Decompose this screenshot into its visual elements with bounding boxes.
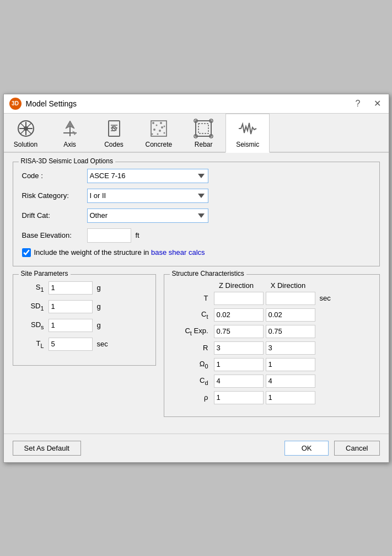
site-params-panel: Site Parameters S1 g SD1 g SDs	[13, 274, 156, 425]
t-label: T	[173, 294, 212, 302]
cd-label: Cd	[173, 376, 212, 386]
sd1-label: SD1	[22, 302, 44, 312]
svg-point-23	[151, 133, 153, 135]
tab-codes[interactable]: Codes	[92, 114, 136, 152]
svg-point-19	[153, 129, 155, 131]
sds-label: SDs	[22, 320, 44, 330]
sds-input[interactable]	[49, 319, 93, 332]
rebar-tab-icon	[194, 119, 213, 138]
svg-point-15	[152, 122, 154, 124]
sds-row: SDs g	[22, 319, 147, 332]
ct-z-input[interactable]	[214, 308, 264, 322]
site-params-section: Site Parameters S1 g SD1 g SDs	[13, 274, 156, 366]
window-title: Model Settings	[26, 99, 349, 108]
code-row: Code : ASCE 7-16 ASCE 7-10 ASCE 7-05	[22, 169, 370, 183]
svg-point-24	[161, 126, 163, 129]
r-z-input[interactable]	[214, 341, 264, 355]
cd-x-input[interactable]	[266, 375, 315, 388]
checkbox-row: Include the weight of the structure in b…	[22, 248, 370, 257]
x-direction-header: X Direction	[264, 281, 313, 290]
r-x-input[interactable]	[266, 341, 315, 355]
help-button[interactable]: ?	[353, 98, 363, 109]
weight-checkbox[interactable]	[22, 248, 31, 257]
sd1-input[interactable]	[49, 300, 93, 313]
cancel-button[interactable]: Cancel	[334, 441, 379, 456]
code-select[interactable]: ASCE 7-16 ASCE 7-10 ASCE 7-05	[87, 169, 208, 183]
seismic-options-section: RISA-3D Seismic Load Options Code : ASCE…	[13, 162, 380, 266]
omega0-x-input[interactable]	[266, 358, 315, 371]
tab-seismic[interactable]: Seismic	[225, 114, 270, 153]
svg-point-20	[159, 130, 161, 132]
struct-chars-section: Structure Characteristics Z Direction X …	[164, 274, 380, 417]
s1-row: S1 g	[22, 281, 147, 295]
drift-select[interactable]: Other I or II III IV	[87, 209, 208, 223]
t-x-input[interactable]	[266, 292, 315, 305]
omega0-label: Ω0	[173, 360, 212, 370]
seismic-tab-icon	[238, 119, 257, 138]
rho-label: ρ	[173, 393, 212, 402]
footer: Set As Default OK Cancel	[4, 434, 389, 462]
s1-label: S1	[22, 283, 44, 293]
ct-label: Ct	[173, 310, 212, 320]
svg-rect-26	[198, 124, 208, 133]
tab-bar: Solution Axis	[4, 114, 389, 153]
set-default-button[interactable]: Set As Default	[13, 441, 81, 456]
tab-codes-label: Codes	[104, 141, 123, 148]
tab-concrete-label: Concrete	[146, 141, 173, 148]
tab-concrete[interactable]: Concrete	[136, 114, 182, 152]
omega0-row: Ω0	[173, 358, 370, 371]
two-panel: Site Parameters S1 g SD1 g SDs	[13, 274, 380, 425]
t-z-input[interactable]	[214, 292, 264, 305]
base-elev-input[interactable]	[87, 228, 131, 243]
footer-right-btns: OK Cancel	[284, 441, 379, 456]
ct-exp-x-input[interactable]	[266, 325, 315, 338]
title-bar-buttons: ? ✕	[353, 98, 383, 109]
ct-exp-z-input[interactable]	[214, 325, 264, 338]
seismic-section-title: RISA-3D Seismic Load Options	[19, 157, 115, 165]
tl-input[interactable]	[49, 338, 93, 351]
ct-x-input[interactable]	[266, 308, 315, 322]
main-content: RISA-3D Seismic Load Options Code : ASCE…	[4, 153, 389, 434]
ct-exp-row: Ct Exp.	[173, 325, 370, 338]
ct-exp-label: Ct Exp.	[173, 327, 212, 336]
site-params-title: Site Parameters	[19, 270, 71, 277]
s1-input[interactable]	[49, 281, 93, 295]
risk-select[interactable]: I or II III IV	[87, 189, 208, 203]
title-bar: 3D Model Settings ? ✕	[4, 94, 389, 114]
svg-point-17	[160, 122, 162, 124]
struct-chars-title: Structure Characteristics	[170, 270, 246, 277]
rho-z-input[interactable]	[214, 391, 264, 404]
cd-z-input[interactable]	[214, 375, 264, 388]
rho-row: ρ	[173, 391, 370, 404]
tab-rebar-label: Rebar	[195, 141, 213, 148]
svg-point-16	[155, 124, 157, 126]
r-label: R	[173, 344, 212, 352]
t-row: T sec	[173, 292, 370, 305]
axis-tab-icon	[60, 119, 80, 138]
ct-row: Ct	[173, 308, 370, 322]
z-direction-header: Z Direction	[212, 281, 261, 290]
svg-point-22	[157, 133, 158, 135]
code-label: Code :	[22, 172, 83, 180]
s1-unit: g	[97, 284, 101, 292]
rho-x-input[interactable]	[266, 391, 315, 404]
tab-rebar[interactable]: Rebar	[181, 114, 225, 152]
close-button[interactable]: ✕	[372, 98, 383, 109]
app-icon-label: 3D	[12, 100, 19, 106]
sd1-unit: g	[97, 302, 101, 311]
tab-solution[interactable]: Solution	[4, 114, 48, 152]
cd-row: Cd	[173, 375, 370, 388]
tab-seismic-label: Seismic	[236, 141, 259, 148]
struct-header: Z Direction X Direction	[173, 281, 370, 290]
t-unit: sec	[320, 294, 331, 302]
sds-unit: g	[97, 321, 101, 329]
tab-solution-label: Solution	[14, 141, 37, 148]
omega0-z-input[interactable]	[214, 358, 264, 371]
risk-row: Risk Category: I or II III IV	[22, 189, 370, 203]
base-elev-unit: ft	[136, 231, 139, 239]
tab-axis[interactable]: Axis	[48, 114, 92, 152]
concrete-tab-icon	[149, 119, 169, 138]
ok-button[interactable]: OK	[284, 441, 329, 456]
base-elev-label: Base Elevation:	[22, 231, 83, 239]
svg-point-21	[163, 132, 165, 133]
